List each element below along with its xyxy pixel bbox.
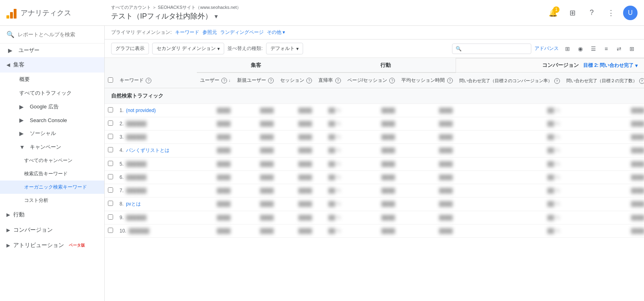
- sidebar-item-behavior[interactable]: ▶ 行動: [0, 207, 104, 222]
- more-button[interactable]: ⋮: [604, 6, 618, 20]
- row-checkbox[interactable]: [108, 161, 113, 166]
- campaign-arrow: ▼: [19, 144, 26, 150]
- table-row: 10.████████████████████ %██████████ %███…: [105, 224, 644, 237]
- scatter-view-button[interactable]: ⇄: [613, 43, 625, 54]
- show-in-graph-button[interactable]: グラフに表示: [111, 43, 149, 54]
- row-checkbox[interactable]: [108, 134, 113, 139]
- search-input[interactable]: [18, 31, 98, 37]
- sidebar-item-attribution[interactable]: ▶ アトリビューション ベータ版: [0, 238, 104, 253]
- blurred-value: ████: [217, 161, 231, 167]
- row-number: 4.: [120, 147, 124, 153]
- avg-session-info-icon[interactable]: ?: [447, 78, 453, 83]
- referral-link[interactable]: 参照元: [202, 29, 217, 36]
- sidebar-item-campaign[interactable]: ▼ キャンペーン: [0, 140, 104, 154]
- row-checkbox[interactable]: [108, 120, 113, 126]
- pages-session-info-icon[interactable]: ?: [389, 78, 395, 83]
- row-checkbox[interactable]: [108, 174, 113, 179]
- select-all-checkbox[interactable]: [108, 77, 113, 83]
- row-checkbox[interactable]: [108, 107, 113, 112]
- blurred-value: ████: [260, 161, 274, 167]
- grid-view-button[interactable]: ⊞: [562, 43, 573, 54]
- avatar[interactable]: U: [623, 6, 638, 20]
- sessions-col-header[interactable]: セッション ?: [277, 73, 315, 88]
- sidebar-item-conversion[interactable]: ▶ コンバージョン: [0, 222, 104, 238]
- keyword-link[interactable]: パンくずリストとは: [126, 147, 169, 153]
- sessions-info-icon[interactable]: ?: [306, 78, 312, 83]
- sidebar-item-google-ads[interactable]: ▶ Google 広告: [0, 100, 104, 114]
- page-selector-chevron[interactable]: ▾: [215, 12, 218, 20]
- goal-completions-col-header[interactable]: 問い合わせ完了（目標２の完了数） ?: [563, 73, 644, 88]
- sidebar-item-social[interactable]: ▶ ソーシャル: [0, 127, 104, 140]
- sort-default-button[interactable]: デフォルト ▾: [266, 43, 303, 54]
- goal-completions-info-icon[interactable]: ?: [639, 78, 644, 84]
- help-button[interactable]: ?: [584, 6, 599, 20]
- row-checkbox[interactable]: [108, 147, 113, 152]
- secondary-dimension-button[interactable]: セカンダリ ディメンション ▾: [152, 43, 224, 54]
- blurred-value: ██ %: [328, 188, 341, 193]
- users-info-icon[interactable]: ?: [221, 78, 227, 83]
- comparison-view-button[interactable]: ≡: [601, 43, 612, 54]
- sidebar-item-cost-analysis[interactable]: コスト分析: [0, 194, 104, 207]
- table-search-input[interactable]: [463, 46, 528, 52]
- blurred-value: ████: [260, 121, 274, 127]
- other-link[interactable]: その他 ▾: [267, 29, 285, 36]
- row-checkbox[interactable]: [108, 201, 113, 206]
- blurred-value: ████: [439, 174, 453, 180]
- apps-button[interactable]: ⊞: [565, 6, 580, 20]
- sidebar-item-search-ad-keyword[interactable]: 検索広告キーワード: [0, 167, 104, 181]
- sort-type-label: 並べ替えの種類:: [227, 45, 262, 52]
- bounce-rate-info-icon[interactable]: ?: [335, 78, 341, 83]
- conv-rate-info-icon[interactable]: ?: [554, 78, 560, 84]
- data-cell: ████: [398, 184, 456, 197]
- new-users-col-header[interactable]: 新規ユーザー ?: [234, 73, 277, 88]
- data-cell: ████: [277, 184, 315, 197]
- keyword-link[interactable]: pvとは: [126, 201, 141, 207]
- data-cell: ████: [234, 143, 277, 157]
- sidebar-search-ad-keyword-label: 検索広告キーワード: [24, 170, 68, 177]
- new-users-info-icon[interactable]: ?: [268, 78, 274, 83]
- sidebar-item-overview[interactable]: 概要: [0, 73, 104, 86]
- sidebar-item-all-campaign[interactable]: すべてのキャンペーン: [0, 154, 104, 167]
- main-layout: 🔍 ▶ ユーザー ◀ 集客 概要 すべてのトラフィック ▶ Google 広告 …: [0, 26, 644, 301]
- blurred-value: ██ %: [547, 108, 560, 113]
- data-cell: ████: [398, 143, 456, 157]
- sidebar-item-organic-search[interactable]: オーガニック検索キーワード: [0, 181, 104, 194]
- data-cell: ████: [344, 224, 398, 237]
- landing-page-link[interactable]: ランディングページ: [220, 29, 264, 36]
- sidebar-item-user[interactable]: ▶ ユーザー: [0, 44, 104, 57]
- sidebar-item-all-traffic[interactable]: すべてのトラフィック: [0, 86, 104, 100]
- row-checkbox[interactable]: [108, 187, 113, 193]
- data-table-container: キーワード ? 集客 行動 コンバージョン 目標 2: 問い合わせ完了 ▾: [105, 58, 644, 238]
- keyword-link[interactable]: (not provided): [126, 108, 156, 113]
- keyword-link[interactable]: キーワード: [175, 29, 199, 36]
- avg-session-col-header[interactable]: 平均セッション時間 ?: [398, 73, 456, 88]
- pivot-view-button[interactable]: ⊞: [626, 43, 638, 54]
- sidebar-search-area: 🔍: [0, 26, 104, 44]
- keyword-info-icon[interactable]: ?: [146, 78, 151, 83]
- row-checkbox[interactable]: [108, 228, 113, 233]
- bounce-rate-col-header[interactable]: 直帰率 ?: [315, 73, 344, 88]
- social-arrow: ▶: [19, 130, 26, 137]
- goal-selector[interactable]: 目標 2: 問い合わせ完了 ▾: [583, 62, 638, 69]
- users-col-header[interactable]: ユーザー ? ↓: [197, 73, 234, 88]
- blurred-value: ████: [217, 174, 231, 180]
- data-cell: ████: [563, 130, 644, 143]
- sidebar-item-search-console[interactable]: ▶ Search Console: [0, 114, 104, 127]
- sidebar-organic-search-label: オーガニック検索キーワード: [24, 184, 87, 191]
- data-cell: ██ %: [315, 197, 344, 211]
- pages-session-col-header[interactable]: ページ/セッション ?: [344, 73, 398, 88]
- conversion-rate-col-header[interactable]: 問い合わせ完了（目標２のコンバージョン率） ?: [456, 73, 563, 88]
- notification-button[interactable]: 🔔 1: [546, 6, 560, 20]
- data-cell: ████: [563, 197, 644, 211]
- sidebar-conversion-label: コンバージョン: [13, 226, 53, 234]
- data-cell: ████: [344, 130, 398, 143]
- advanced-link[interactable]: アドバンス: [535, 45, 559, 52]
- data-cell: ████: [277, 143, 315, 157]
- blurred-value: ██ %: [328, 108, 341, 113]
- row-checkbox[interactable]: [108, 214, 113, 220]
- blurred-value: ████: [439, 108, 453, 113]
- behavior-icon: ▶: [6, 212, 10, 218]
- bar-view-button[interactable]: ☰: [588, 43, 599, 54]
- sidebar-item-acquisition[interactable]: ◀ 集客: [0, 57, 104, 73]
- pie-view-button[interactable]: ◉: [575, 43, 586, 54]
